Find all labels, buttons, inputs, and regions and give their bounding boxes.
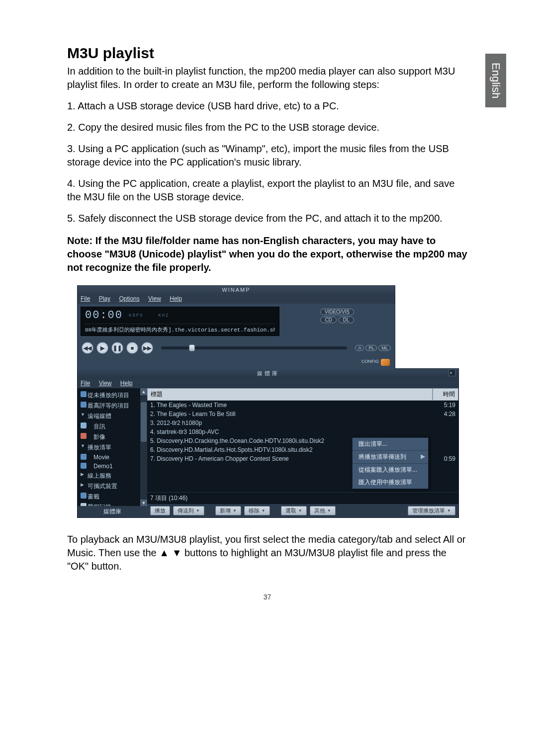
- step-2: 2. Copy the desired music files from the…: [67, 121, 467, 134]
- seek-handle[interactable]: [189, 344, 195, 351]
- close-icon[interactable]: ×: [448, 369, 455, 376]
- status-bar: 7 項目 (10:46): [147, 492, 458, 504]
- winamp-titlebar[interactable]: WINAMP: [78, 286, 395, 294]
- scroll-up-icon[interactable]: ▲: [140, 388, 147, 395]
- tree-footer: 媒體庫: [78, 506, 147, 517]
- pause-button[interactable]: ❚❚: [111, 342, 123, 354]
- menu-view[interactable]: View: [148, 295, 161, 302]
- tb-remove[interactable]: 移除▼: [244, 506, 270, 515]
- intro-text: In addition to the built-in playlist fun…: [67, 65, 467, 91]
- menu-options[interactable]: Options: [119, 295, 139, 302]
- scroll-down-icon[interactable]: ▼: [140, 500, 147, 506]
- tree-item: 書籤: [79, 492, 146, 502]
- step-1: 1. Attach a USB storage device (USB hard…: [67, 99, 467, 113]
- tb-select[interactable]: 選取▼: [281, 506, 307, 515]
- tb-play[interactable]: 播放: [150, 506, 170, 515]
- tree-item: 可攜式裝置: [79, 481, 146, 492]
- tb-manage[interactable]: 管理播放清單▼: [408, 506, 455, 515]
- tree-item: 最高評等的項目: [79, 401, 146, 411]
- tree-item: Movie: [79, 453, 146, 462]
- tb-misc[interactable]: 其他▼: [310, 506, 336, 515]
- list-item: 3. 2012-tlr2 h1080p: [147, 419, 458, 427]
- lib-menu-view[interactable]: View: [99, 380, 112, 387]
- tree-item: Demo1: [79, 462, 146, 471]
- note-text: Note: If the M3U file/folder name has no…: [67, 234, 467, 274]
- context-menu[interactable]: 匯出清單... 將播放清單傳送到▶ 從檔案匯入播放清單... 匯入使用中播放清單: [352, 437, 429, 489]
- dl-button[interactable]: DL: [339, 317, 354, 323]
- track-list[interactable]: 1. The Eagles - Wasted Time5:19 2. The E…: [147, 401, 458, 492]
- menu-play[interactable]: Play: [99, 295, 110, 302]
- tree-scrollbar[interactable]: ▲ ▼: [140, 388, 147, 506]
- tb-new[interactable]: 新增▼: [215, 506, 241, 515]
- next-button[interactable]: ▶▶: [141, 342, 153, 354]
- step-5: 5. Safely disconnect the USB storage dev…: [67, 212, 467, 225]
- page-title: M3U playlist: [67, 45, 467, 62]
- winamp-display: 00:00 KBPS KHZ 08年度維多利亞的秘密時尚內衣秀].the.vic…: [81, 307, 279, 336]
- lib-menu-help[interactable]: Help: [120, 380, 133, 387]
- list-item: 4. startrek-tlr3 1080p-AVC: [147, 427, 458, 436]
- list-item: 2. The Eagles - Learn To Be Still4:28: [147, 410, 458, 419]
- col-title[interactable]: 標題: [147, 388, 433, 401]
- stop-button[interactable]: ■: [126, 342, 138, 354]
- tb-enqueue[interactable]: 傳送到▼: [173, 506, 204, 515]
- list-item: 1. The Eagles - Wasted Time5:19: [147, 401, 458, 410]
- tree-item: 從未播放的項目: [79, 390, 146, 401]
- step-4: 4. Using the PC application, create a pl…: [67, 177, 467, 204]
- scroll-thumb[interactable]: [141, 402, 147, 442]
- winamp-screenshot: WINAMP File Play Options View Help 00:00…: [77, 285, 457, 518]
- closing-text: To playback an M3U/M3U8 playlist, you fi…: [67, 533, 467, 573]
- menu-file[interactable]: File: [81, 295, 90, 302]
- pl-button[interactable]: PL: [365, 345, 377, 351]
- page-number: 37: [67, 593, 467, 601]
- skin-icon[interactable]: [381, 359, 390, 366]
- library-menubar: File View Help: [78, 378, 458, 388]
- play-button[interactable]: ▶: [96, 342, 108, 354]
- track-marquee: 08年度維多利亞的秘密時尚內衣秀].the.victorias.secret.f…: [85, 324, 275, 334]
- step-3: 3. Using a PC application (such as "Wina…: [67, 142, 467, 169]
- ml-button[interactable]: ML: [378, 345, 391, 351]
- library-toolbar: 播放 傳送到▼ 新增▼ 移除▼ 選取▼ 其他▼ 管理播放清單▼: [147, 504, 458, 517]
- winamp-main-window: WINAMP File Play Options View Help 00:00…: [77, 285, 395, 369]
- seek-bar[interactable]: [161, 346, 347, 349]
- col-time[interactable]: 時間: [433, 388, 458, 401]
- ctx-sendto[interactable]: 將播放清單傳送到▶: [353, 451, 428, 464]
- library-titlebar[interactable]: 媒體庫 ×: [78, 369, 458, 378]
- menu-help[interactable]: Help: [170, 295, 182, 302]
- list-header: 標題 時間: [147, 388, 458, 401]
- a-button[interactable]: A: [355, 345, 364, 351]
- winamp-menubar: File Play Options View Help: [78, 294, 395, 304]
- tree-item: 影像: [79, 432, 146, 442]
- tree-item: 線上服務: [79, 471, 146, 481]
- media-library-window: 媒體庫 × File View Help 從未播放的項目 最高評等的項目 遠端媒…: [77, 368, 459, 518]
- khz-label: KHZ: [158, 313, 169, 318]
- tree-item: 播放清單: [79, 442, 146, 453]
- cd-button[interactable]: CD: [320, 317, 336, 323]
- library-tree[interactable]: 從未播放的項目 最高評等的項目 遠端媒體 音訊 影像 播放清單 Movie De…: [78, 388, 147, 517]
- language-tab: English: [485, 54, 506, 107]
- chevron-right-icon: ▶: [421, 453, 425, 460]
- tree-item: 音訊: [79, 421, 146, 432]
- winamp-time: 00:00: [85, 309, 123, 322]
- ctx-import-current[interactable]: 匯入使用中播放清單: [353, 476, 428, 489]
- lib-menu-file[interactable]: File: [81, 380, 90, 387]
- config-label[interactable]: CONFIG: [361, 359, 379, 366]
- kbps-label: KBPS: [129, 313, 144, 318]
- tree-item: 遠端媒體: [79, 411, 146, 421]
- library-title: 媒體庫: [257, 370, 279, 376]
- ctx-import-file[interactable]: 從檔案匯入播放清單...: [353, 464, 428, 476]
- video-vis-button[interactable]: VIDEO/VIS: [320, 309, 354, 315]
- ctx-export[interactable]: 匯出清單...: [353, 438, 428, 451]
- prev-button[interactable]: ◀◀: [82, 342, 93, 354]
